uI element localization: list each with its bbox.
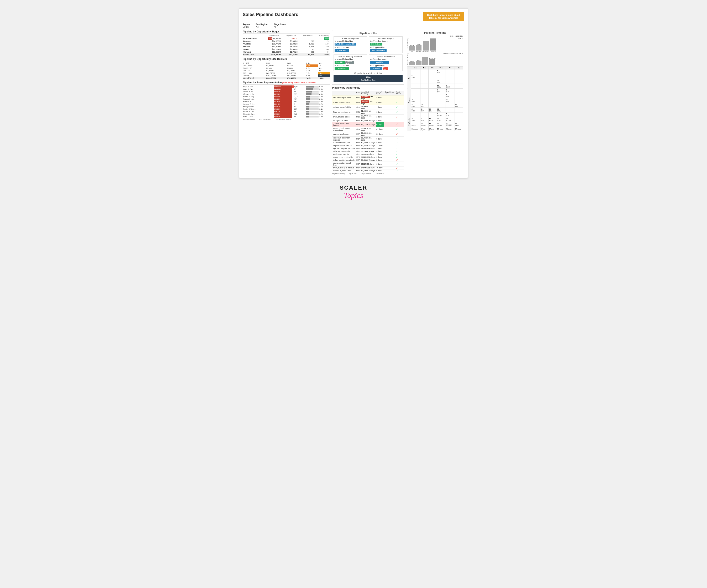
table-row[interactable]: mattis. Cras eget nisi 9/27 $750M 28 day…	[332, 153, 404, 156]
size-pct: 24%	[318, 72, 330, 74]
cal-cell	[445, 74, 454, 79]
table-row[interactable]: 0 - 10k $2M $0M 0.4K 0%	[243, 62, 330, 65]
cal-cell	[454, 117, 463, 122]
opp-next: ✓	[396, 144, 404, 147]
table-row[interactable]: sagittis lobortis mauris. Suspendisse 9/…	[332, 127, 404, 132]
opp-name: odin. Etiam ligula tortor,	[332, 95, 356, 100]
table-row[interactable]: Nullam suscipit, est ac 9/28 $5,256M 205…	[332, 100, 404, 105]
table-row[interactable]: nunc est, mollis non, 9/27 $1,339M 261 d…	[332, 132, 404, 136]
table-row[interactable]: eget odio. Aliquam vulputate 9/27 $978M …	[332, 147, 404, 150]
stage-trans: 299	[298, 40, 314, 42]
stage-trans: 14,258	[298, 53, 314, 56]
table-row[interactable]: faucibus ut, nulla. Cras 9/21 $2,599M 19…	[332, 169, 404, 172]
opp-days	[384, 153, 396, 156]
filter-region-value[interactable]: South	[243, 26, 249, 28]
filter-stage-value[interactable]: All	[274, 26, 276, 28]
rep-name: Damon S. Sa...	[243, 98, 274, 100]
table-row[interactable]: Commit $12,382M $1,761M 603 6%	[243, 50, 330, 53]
opp-days	[384, 166, 396, 169]
rep-bar	[306, 103, 319, 105]
table-row[interactable]: Validate $28,775M $2,831M 1,910 14%	[243, 42, 330, 45]
brand-name: SCALER	[340, 184, 367, 191]
cal-cell: 19$1M	[437, 79, 445, 83]
size-exp: $341M	[287, 65, 306, 67]
cal-cell	[420, 93, 429, 98]
stage-amp: $16,121M	[263, 48, 281, 50]
table-row[interactable]: Evangeline N... $5,467M 17 2.7%	[243, 105, 330, 108]
kpi-primary-competitor: Primary Competitor % of Amplified Bookin…	[334, 36, 367, 53]
table-row[interactable]: Quisque varius. Nam porttitor 9/27 $1,17…	[332, 122, 404, 127]
table-row[interactable]: mauris sagittis placerat. Cras 9/27 $761…	[332, 162, 404, 166]
stage-name: Discover	[243, 40, 263, 42]
cta-button[interactable]: Click here to learn more about Tableau f…	[423, 12, 464, 21]
kpi-label: % of Opportunities	[370, 65, 384, 67]
stage-trans: 1,910	[298, 42, 314, 45]
table-row[interactable]: Aliquam ornare, libero at 9/27 $2,325M 8…	[332, 144, 404, 147]
cal-cell: 14$133M	[445, 117, 454, 122]
rep-amp: $9,540M	[274, 91, 292, 93]
pipeline-rep-section: Pipeline by Sales Representative (click …	[243, 81, 330, 120]
filter-subregion-value[interactable]: All	[256, 26, 259, 28]
table-row[interactable]: 10K - 500k $1,346M $341M 8.6K 1%	[243, 65, 330, 67]
cal-cell	[411, 112, 420, 117]
size-range: Grand Total	[243, 77, 266, 79]
table-row[interactable]: Reece P. Mcg... $6,509M 2,175 3.2%	[243, 96, 330, 98]
cal-cell: 19$583M	[429, 122, 437, 127]
size-amp: $151,039M	[266, 74, 287, 77]
table-row[interactable]: Discover $24,023M $6,006M 299 2%	[243, 40, 330, 42]
opp-age: 1 days	[376, 114, 384, 119]
size-range: 10K - 500k	[243, 65, 266, 67]
table-row[interactable]: Damon S. Sa... $6,190M 928 3.0%	[243, 98, 330, 100]
table-row[interactable]: in aliquet lobortis, nisi 9/27 $2,329M 8…	[332, 141, 404, 144]
rep-trans: 2,175	[294, 96, 306, 98]
opp-days	[384, 110, 396, 114]
table-row[interactable]: Decide $30,491M $8,280M 1,827 15%	[243, 45, 330, 48]
pipeline-rep-note: (click on rep to filter KPIs & Timeline)	[282, 82, 315, 84]
opp-name: Nullam feugiat placerat velit.	[332, 159, 356, 162]
table-row[interactable]: Howard W... $5,785M 582 2.8%	[243, 100, 330, 103]
stage-name: Commit	[243, 50, 263, 53]
opp-amount: $6,850M 111 days	[361, 105, 376, 110]
rep-name: Howard W...	[243, 100, 274, 103]
calendar-row: September 6$108M 7$1M	[407, 112, 463, 117]
cal-wed: Wed	[429, 66, 437, 69]
table-row[interactable]: Hayden E. Ar... $5,647M 8 2.7%	[243, 103, 330, 105]
table-row[interactable]: Avram B. Ha... $9,540M 55 4.6%	[243, 91, 330, 93]
stage-exp: $2,090M	[281, 48, 298, 50]
table-row[interactable]: Vestibulum accumsan neque et 9/27 $1,062…	[332, 136, 404, 141]
table-row[interactable]: tellus justo sit amet 9/27 $1,320M 29 da…	[332, 119, 404, 122]
table-row[interactable]: 500K - 1M $914M $208M 2.3K 0%	[243, 67, 330, 69]
table-row[interactable]: Select $16,121M $2,090M 95 8%	[243, 48, 330, 50]
table-row[interactable]: lorem, sit amet ultrices 9/29 $3,806M 11…	[332, 114, 404, 119]
table-row[interactable]: Dexter W. Day... $4,899M 719 2.4%	[243, 108, 330, 110]
table-row[interactable]: Dieter C. Car... $4,598M 847 2.2%	[243, 113, 330, 115]
dashboard-title: Sales Pipeline Dashboard	[243, 12, 299, 17]
table-row[interactable]: vel lectus. Cum sociis 9/27 $1,268M 5 da…	[332, 150, 404, 153]
table-row[interactable]: Etiam laoreet, libero at 9/21 $2,643M 11…	[332, 110, 404, 114]
cal-cell	[437, 103, 445, 107]
table-row[interactable]: 1M - 5M $4,411M $1,088M 2.0K 2%	[243, 69, 330, 72]
cal-cell	[454, 69, 463, 74]
kpi-bar-software: 39% Software	[370, 43, 382, 45]
table-row[interactable]: Macon K. Wa... $4,672M 16 2.3%	[243, 110, 330, 113]
pipeline-stages-table: Amplified Bo... Expected Bo... # of Tran…	[243, 35, 330, 56]
table-row[interactable]: Xena J. Pac... $11,932M 15 5.8%	[243, 88, 330, 91]
table-row[interactable]: 100M+ $151,039M $53,636M 0.4K 73%	[243, 74, 330, 77]
table-row[interactable]: tempor lorem, eget mollis 9/28 $832M 261…	[332, 156, 404, 159]
cal-fri: Fri	[445, 66, 454, 69]
table-row[interactable]: Sed nec metus facilisis 9/28 $6,850M 111…	[332, 105, 404, 110]
stage-name: Select	[243, 48, 263, 50]
table-row[interactable]: Maya Z. And... $13,567M 1,056 6.6%	[243, 85, 330, 88]
table-row[interactable]: lorem, auctor quis, tristique 9/27 $464M…	[332, 166, 404, 169]
table-row[interactable]: Mutual Interest 38M $9,444M $9,524 46%	[243, 37, 330, 40]
table-row[interactable]: odin. Etiam ligula tortor, 9/21 $19,146M…	[332, 95, 404, 100]
size-range: 500K - 1M	[243, 67, 266, 69]
table-row[interactable]: 5M - 100M $49,518M $15,138M 1.7K 24%	[243, 72, 330, 74]
table-row[interactable]: Neve F. Mccl... $4,495M 13 2.2%	[243, 115, 330, 118]
cal-cell: 17$83M	[411, 122, 420, 127]
table-row[interactable]: Nullam feugiat placerat velit. 9/27 $1,5…	[332, 159, 404, 162]
opp-date: 9/27	[356, 147, 361, 150]
cal-cell	[420, 98, 429, 103]
table-row[interactable]: Ulysses H. Ca... $8,777M 508 4.3%	[243, 93, 330, 96]
stage-pct: 6%	[314, 50, 330, 53]
